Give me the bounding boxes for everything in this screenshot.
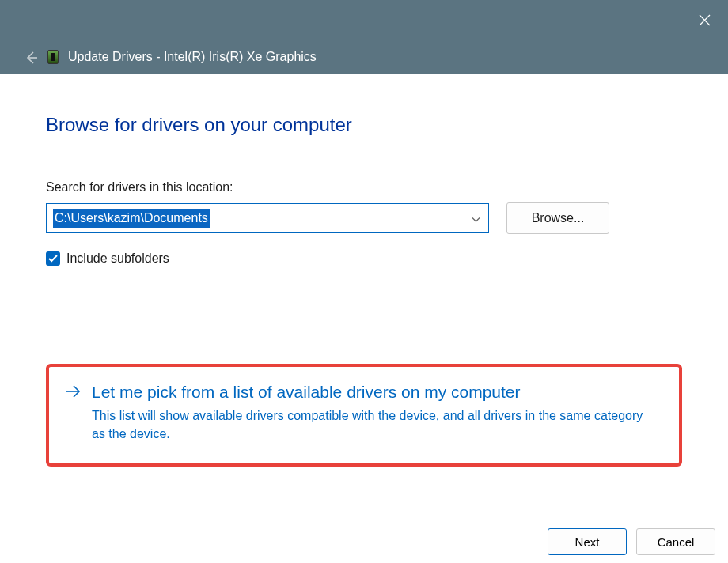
wizard-footer: Next Cancel <box>0 520 728 563</box>
driver-path-value: C:\Users\kazim\Documents <box>53 209 210 228</box>
cancel-button[interactable]: Cancel <box>636 528 715 555</box>
browse-button[interactable]: Browse... <box>506 202 609 234</box>
include-subfolders-checkbox[interactable] <box>46 251 60 266</box>
driver-path-combobox[interactable]: C:\Users\kazim\Documents <box>46 203 489 233</box>
pick-driver-option-description: This list will show available drivers co… <box>92 406 646 443</box>
page-title: Browse for drivers on your computer <box>46 114 682 136</box>
pick-driver-option[interactable]: Let me pick from a list of available dri… <box>46 364 682 467</box>
close-icon[interactable] <box>692 7 717 32</box>
next-button[interactable]: Next <box>548 528 627 555</box>
include-subfolders-label: Include subfolders <box>66 251 169 266</box>
wizard-title: Update Drivers - Intel(R) Iris(R) Xe Gra… <box>68 50 317 64</box>
chevron-down-icon[interactable] <box>472 212 480 225</box>
pick-driver-option-title: Let me pick from a list of available dri… <box>92 383 646 402</box>
device-icon <box>47 50 59 64</box>
wizard-content: Browse for drivers on your computer Sear… <box>0 74 728 467</box>
wizard-header: Update Drivers - Intel(R) Iris(R) Xe Gra… <box>0 40 728 74</box>
window-titlebar <box>0 0 728 40</box>
back-icon[interactable] <box>24 50 38 65</box>
arrow-right-icon <box>65 383 81 401</box>
search-location-label: Search for drivers in this location: <box>46 180 682 195</box>
